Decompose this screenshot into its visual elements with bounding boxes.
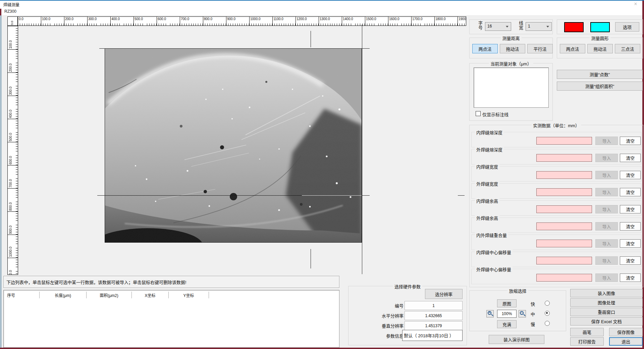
clear-button[interactable]: 清空: [620, 239, 641, 248]
import-button[interactable]: 导入: [595, 222, 618, 231]
zoom-out-button[interactable]: -: [519, 310, 526, 317]
ruler-corner: 0.0: [7, 16, 18, 26]
clear-button[interactable]: 清空: [620, 273, 641, 282]
clear-button[interactable]: 清空: [620, 222, 641, 231]
measurement-table[interactable]: 序号长度(μm)面积(μm2)X坐标Y坐标: [3, 290, 339, 348]
line-width-label: 线宽: [518, 21, 524, 30]
close-icon[interactable]: ×: [632, 1, 639, 7]
import-button[interactable]: 导入: [595, 188, 618, 196]
hruler-label: 200.0: [65, 17, 73, 21]
line-width-select[interactable]: 1: [526, 22, 552, 31]
current-object-title: 当前测量对象（μm）: [489, 60, 533, 67]
specimen-image[interactable]: [105, 48, 362, 243]
import-button[interactable]: 导入: [595, 137, 618, 145]
measured-value-field[interactable]: [536, 240, 592, 247]
hardware-param-info[interactable]: 默认（ 2018年3月10日 ）: [402, 330, 463, 341]
measured-value-field[interactable]: [536, 222, 592, 230]
speed-radio[interactable]: [545, 311, 550, 316]
clear-button[interactable]: 清空: [620, 154, 641, 162]
table-header-2[interactable]: 长度(μm): [40, 292, 87, 298]
import-button[interactable]: 导入: [595, 154, 618, 162]
measured-row: 内外焊缝重合量导入清空: [471, 235, 641, 250]
speed-radio[interactable]: [545, 321, 550, 326]
import-button[interactable]: 导入: [595, 205, 618, 213]
measured-value-field[interactable]: [536, 257, 592, 264]
table-header-4[interactable]: X坐标: [132, 292, 169, 298]
vruler-label: 500.0: [9, 133, 12, 141]
action-button[interactable]: 图像处理: [570, 298, 643, 307]
menu-item-rz300[interactable]: RZ300: [4, 9, 16, 14]
hardware-field-value[interactable]: 1.432665: [405, 311, 463, 320]
measured-row: 外焊缝熔深度导入清空: [471, 149, 641, 164]
measured-value-field[interactable]: [536, 171, 592, 179]
import-button[interactable]: 导入: [595, 256, 618, 265]
speed-radio[interactable]: [545, 301, 550, 306]
measured-value-field[interactable]: [536, 137, 592, 145]
vruler-label: 700.0: [9, 179, 12, 188]
distance-method-3[interactable]: 平行法: [527, 44, 553, 53]
color-swatch-primary[interactable]: [564, 22, 584, 32]
measure-distance-title: 测量距离: [500, 35, 521, 41]
hruler-tick: [64, 17, 64, 26]
zoom-value-field[interactable]: 100%: [497, 310, 517, 318]
vruler-label: 200.0: [9, 63, 12, 72]
import-button[interactable]: 导入: [595, 239, 618, 248]
circle-method-2[interactable]: 拖动法: [587, 44, 613, 53]
clear-button[interactable]: 清空: [620, 171, 641, 179]
zoom-in-button[interactable]: +: [486, 310, 494, 317]
action-button[interactable]: 保存 Excel 文档: [570, 317, 643, 326]
hruler-tick: [249, 17, 250, 26]
hardware-field-value[interactable]: 1.451379: [405, 321, 463, 330]
measure-points-button[interactable]: 测量“点数”: [557, 70, 643, 79]
action-button[interactable]: 打印报告: [570, 337, 604, 346]
action-button[interactable]: 退出: [609, 337, 643, 346]
hruler-tick: [319, 17, 319, 26]
measured-value-field[interactable]: [536, 154, 592, 162]
table-header-1[interactable]: 序号: [4, 292, 40, 298]
hruler-tick: [365, 17, 365, 26]
table-header-3[interactable]: 面积(μm2): [87, 292, 132, 298]
vertical-measure-line: [362, 24, 362, 274]
table-header-5[interactable]: Y坐标: [169, 292, 209, 298]
measured-value-field[interactable]: [536, 205, 592, 213]
action-button[interactable]: 重画窗口: [570, 308, 643, 316]
original-size-button[interactable]: 原图: [497, 299, 517, 307]
circle-method-1[interactable]: 两点法: [560, 44, 585, 53]
show-annotation-only-checkbox[interactable]: [476, 111, 481, 116]
hruler-tick: [342, 17, 342, 26]
load-demo-image-button[interactable]: 装入演示样图: [489, 335, 544, 344]
measured-value-field[interactable]: [536, 274, 592, 282]
hruler-label: 0.0: [19, 17, 23, 21]
clear-button[interactable]: 清空: [620, 256, 641, 265]
import-button[interactable]: 导入: [595, 273, 618, 282]
color-options-group: 选项: [557, 19, 643, 34]
measured-row-label: 内焊缝余高: [475, 198, 499, 204]
color-swatch-secondary[interactable]: [590, 22, 610, 32]
font-size-select[interactable]: 16: [485, 22, 511, 31]
action-button[interactable]: 画笔: [570, 328, 604, 336]
distance-method-2[interactable]: 拖动法: [500, 44, 525, 53]
clear-button[interactable]: 清空: [620, 188, 641, 196]
clear-button[interactable]: 清空: [620, 137, 641, 145]
circle-method-3[interactable]: 三点法: [615, 44, 640, 53]
current-object-listbox[interactable]: [474, 67, 549, 108]
import-button[interactable]: 导入: [595, 171, 618, 179]
hruler-tick: [41, 17, 41, 26]
action-button[interactable]: 装入图像: [570, 289, 643, 297]
distance-method-1[interactable]: 两点法: [472, 44, 498, 53]
hardware-field-value[interactable]: 1: [405, 301, 463, 310]
window-border-bottom: [0, 348, 644, 349]
list-instruction-box: 下边列表中，单击鼠标左键可选中某一行数据，该数据可被导入；单击鼠标右键可删除该数…: [3, 276, 339, 288]
fit-button[interactable]: 充满: [497, 320, 517, 328]
clear-button[interactable]: 清空: [620, 205, 641, 213]
speed-label: 中: [531, 311, 535, 317]
select-resolution-button[interactable]: 选分辨率: [425, 289, 463, 299]
measured-row: 外焊缝中心偏移量导入清空: [471, 269, 641, 284]
top-measure-line: [99, 48, 370, 49]
hruler-label: 1400.0: [343, 17, 353, 21]
measure-area-button[interactable]: 测量“组织面积”: [557, 82, 643, 91]
measured-value-field[interactable]: [536, 188, 592, 196]
options-button[interactable]: 选项: [615, 22, 639, 32]
action-button[interactable]: 保存图像: [609, 328, 643, 336]
measure-line-dash: [458, 195, 465, 196]
